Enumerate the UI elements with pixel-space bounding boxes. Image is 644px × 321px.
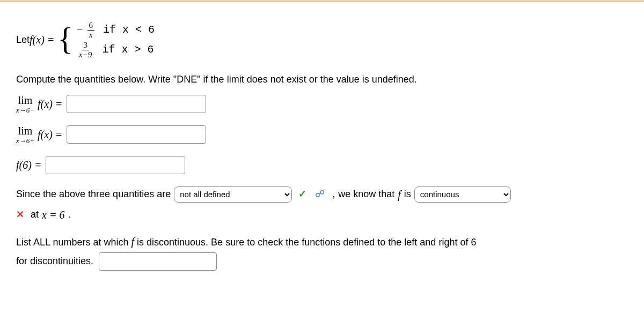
- discontinuity-input[interactable]: [99, 252, 217, 271]
- limit-row-left: lim x→6− f(x) =: [16, 95, 628, 114]
- discont-line2: for discontinuities.: [16, 253, 93, 269]
- at-text: at: [31, 207, 39, 222]
- discontinuity-row: for discontinuities.: [16, 252, 628, 271]
- period: .: [68, 207, 70, 222]
- let-text: Let: [16, 32, 30, 48]
- piecewise-cases: − 6 x if x < 6 3 x−9: [76, 20, 155, 59]
- sentence-comma: ,: [332, 186, 335, 202]
- fx-equals: f(x) =: [30, 31, 54, 48]
- piece-2-expr: 3 x−9: [76, 40, 94, 59]
- piece-1-expr: − 6 x: [76, 20, 96, 39]
- left-brace: {: [57, 24, 73, 53]
- discont-f: f: [131, 236, 134, 248]
- piece-2-cond: if x > 6: [102, 40, 153, 58]
- limit-right-label: lim x→6+ f(x) =: [16, 125, 62, 144]
- conclusion-sentence-2: ✕ at x = 6 .: [16, 206, 628, 223]
- fraction-2: 3 x−9: [77, 41, 93, 59]
- limit-right-input[interactable]: [67, 125, 206, 144]
- f6-input[interactable]: [46, 156, 185, 174]
- limit-left-input[interactable]: [67, 95, 206, 113]
- discontinuity-prompt: List ALL numbers at which f is discontin…: [16, 233, 628, 250]
- instruction-text: Compute the quantities below. Write "DNE…: [16, 72, 628, 87]
- sentence-is: is: [404, 186, 411, 202]
- link-icon[interactable]: ☍: [315, 186, 325, 202]
- sentence-f: f: [398, 186, 401, 203]
- f6-label: f(6) =: [16, 156, 41, 174]
- sentence-part2: we know that: [338, 186, 394, 202]
- piece-1-cond: if x < 6: [103, 20, 155, 39]
- x-equals-6: x = 6: [42, 206, 64, 223]
- piece-2: 3 x−9 if x > 6: [76, 40, 155, 59]
- limit-row-right: lim x→6+ f(x) =: [16, 125, 628, 144]
- piece-1: − 6 x if x < 6: [76, 20, 155, 39]
- conclusion-sentence: Since the above three quantities are not…: [16, 186, 628, 203]
- limit-left-label: lim x→6− f(x) =: [16, 95, 62, 114]
- fraction-1: 6 x: [87, 21, 95, 39]
- check-icon: ✓: [298, 186, 306, 202]
- sentence-part1: Since the above three quantities are: [16, 186, 171, 202]
- f-of-6-row: f(6) =: [16, 156, 628, 174]
- problem-body: Let f(x) = { − 6 x if x < 6 3: [0, 2, 644, 289]
- function-definition: Let f(x) = { − 6 x if x < 6 3: [16, 20, 628, 59]
- cross-icon: ✕: [16, 207, 24, 222]
- continuity-select[interactable]: continuous: [414, 186, 511, 203]
- quantities-select[interactable]: not all defined: [174, 186, 292, 203]
